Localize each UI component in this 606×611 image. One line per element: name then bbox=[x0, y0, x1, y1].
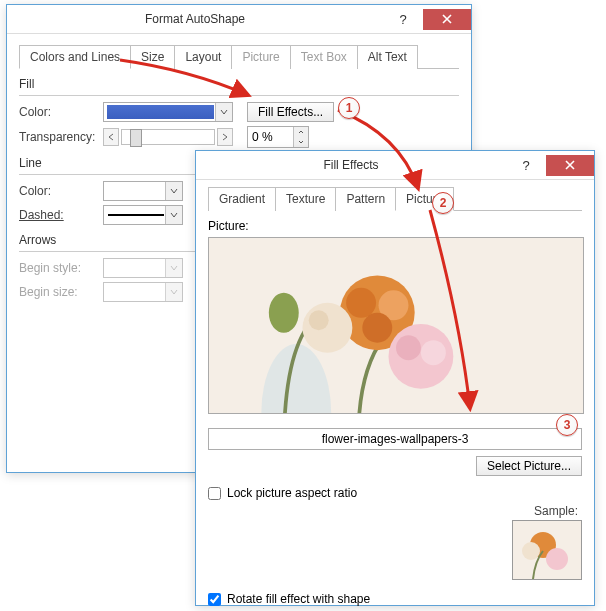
tab-pattern[interactable]: Pattern bbox=[335, 187, 396, 211]
step-badge-2: 2 bbox=[432, 192, 454, 214]
window-title: Fill Effects bbox=[196, 158, 506, 172]
step-badge-3: 3 bbox=[556, 414, 578, 436]
tab-picture: Picture bbox=[231, 45, 290, 69]
chevron-down-icon[interactable] bbox=[215, 103, 232, 121]
color-label: Color: bbox=[19, 105, 97, 119]
fill-effects-dialog: Fill Effects ? Gradient Texture Pattern … bbox=[195, 150, 595, 606]
help-button[interactable]: ? bbox=[506, 155, 546, 176]
dashed-label: Dashed: bbox=[19, 208, 97, 222]
transparency-label: Transparency: bbox=[19, 130, 97, 144]
help-button[interactable]: ? bbox=[383, 9, 423, 30]
chevron-down-icon bbox=[165, 259, 182, 277]
svg-point-2 bbox=[269, 293, 299, 333]
spin-down-icon[interactable] bbox=[294, 137, 308, 147]
svg-point-11 bbox=[309, 310, 329, 330]
transparency-slider[interactable] bbox=[103, 128, 233, 146]
fill-effects-button[interactable]: Fill Effects... bbox=[247, 102, 334, 122]
line-color-combo[interactable] bbox=[103, 181, 183, 201]
rotate-fill-label: Rotate fill effect with shape bbox=[227, 592, 370, 606]
flower-thumb bbox=[513, 521, 581, 579]
close-icon bbox=[565, 160, 575, 170]
tab-texture[interactable]: Texture bbox=[275, 187, 336, 211]
tab-layout[interactable]: Layout bbox=[174, 45, 232, 69]
titlebar[interactable]: Format AutoShape ? bbox=[7, 5, 471, 34]
select-picture-button[interactable]: Select Picture... bbox=[476, 456, 582, 476]
svg-point-14 bbox=[546, 548, 568, 570]
svg-point-6 bbox=[362, 313, 392, 343]
close-icon bbox=[442, 14, 452, 24]
tab-text-box: Text Box bbox=[290, 45, 358, 69]
slider-left-arrow[interactable] bbox=[103, 128, 119, 146]
svg-point-4 bbox=[346, 288, 376, 318]
chevron-down-icon bbox=[165, 283, 182, 301]
tabstrip: Gradient Texture Pattern Picture bbox=[208, 186, 582, 211]
svg-point-9 bbox=[421, 340, 446, 365]
step-badge-1: 1 bbox=[338, 97, 360, 119]
svg-point-15 bbox=[522, 542, 540, 560]
lock-aspect-label: Lock picture aspect ratio bbox=[227, 486, 357, 500]
begin-style-combo bbox=[103, 258, 183, 278]
tabstrip: Colors and Lines Size Layout Picture Tex… bbox=[19, 44, 459, 69]
transparency-spin[interactable]: 0 % bbox=[247, 126, 309, 148]
transparency-value: 0 % bbox=[248, 130, 293, 144]
tab-size[interactable]: Size bbox=[130, 45, 175, 69]
rotate-fill-checkbox[interactable]: Rotate fill effect with shape bbox=[208, 592, 582, 606]
filename-box: flower-images-wallpapers-3 bbox=[208, 428, 582, 450]
lock-aspect-input[interactable] bbox=[208, 487, 221, 500]
begin-size-label: Begin size: bbox=[19, 285, 97, 299]
slider-thumb[interactable] bbox=[130, 129, 142, 147]
spin-up-icon[interactable] bbox=[294, 127, 308, 137]
tab-colors-lines[interactable]: Colors and Lines bbox=[19, 45, 131, 69]
close-button[interactable] bbox=[423, 9, 471, 30]
chevron-down-icon[interactable] bbox=[165, 182, 182, 200]
svg-point-8 bbox=[396, 335, 421, 360]
slider-right-arrow[interactable] bbox=[217, 128, 233, 146]
close-button[interactable] bbox=[546, 155, 594, 176]
color-swatch bbox=[107, 105, 214, 119]
begin-size-combo bbox=[103, 282, 183, 302]
flower-image bbox=[209, 238, 583, 414]
line-color-label: Color: bbox=[19, 184, 97, 198]
rotate-fill-input[interactable] bbox=[208, 593, 221, 606]
fill-color-combo[interactable] bbox=[103, 102, 233, 122]
chevron-down-icon[interactable] bbox=[165, 206, 182, 224]
tab-gradient[interactable]: Gradient bbox=[208, 187, 276, 211]
dashed-combo[interactable] bbox=[103, 205, 183, 225]
fill-section-label: Fill bbox=[19, 77, 459, 91]
begin-style-label: Begin style: bbox=[19, 261, 97, 275]
tab-alt-text[interactable]: Alt Text bbox=[357, 45, 418, 69]
svg-point-10 bbox=[302, 303, 352, 353]
lock-aspect-checkbox[interactable]: Lock picture aspect ratio bbox=[208, 486, 582, 500]
sample-preview bbox=[512, 520, 582, 580]
sample-label: Sample: bbox=[208, 504, 582, 518]
picture-label: Picture: bbox=[208, 219, 582, 233]
titlebar[interactable]: Fill Effects ? bbox=[196, 151, 594, 180]
picture-preview bbox=[208, 237, 584, 414]
window-title: Format AutoShape bbox=[7, 12, 383, 26]
